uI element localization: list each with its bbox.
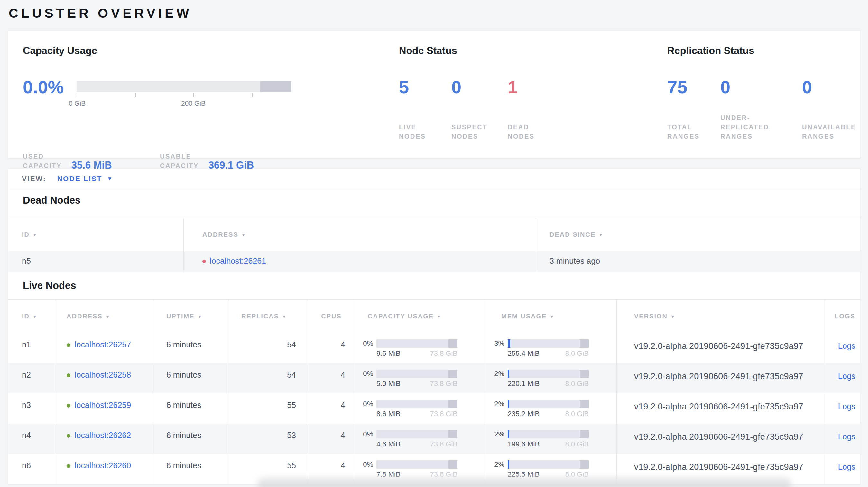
column-label: UPTIME <box>166 313 195 320</box>
column-header-id[interactable]: ID ▼ <box>8 300 55 333</box>
node-address-link[interactable]: localhost:26257 <box>75 340 131 349</box>
cpus-cell: 4 <box>308 393 355 424</box>
logs-link[interactable]: Logs <box>838 341 856 350</box>
view-selector-dropdown[interactable]: NODE LIST ▼ <box>57 175 113 183</box>
mem-total-value: 8.0 GiB <box>565 380 589 388</box>
logs-link[interactable]: Logs <box>838 462 856 471</box>
capacity-percent-label: 0% <box>355 460 376 469</box>
column-header-id[interactable]: ID ▼ <box>8 218 183 251</box>
live-nodes-label: LIVE NODES <box>399 123 426 141</box>
column-header-address[interactable]: ADDRESS ▼ <box>183 218 536 251</box>
live-nodes-table: ID ▼ ADDRESS ▼ UPTIME ▼ REPLICAS ▼ CPUS <box>8 299 861 484</box>
suspect-nodes-count: 0 <box>452 76 461 97</box>
dead-nodes-table: ID ▼ ADDRESS ▼ DEAD SINCE ▼ n5 localhost… <box>8 218 861 272</box>
node-address-cell: localhost:26262 <box>55 424 153 454</box>
column-label: CPUS <box>321 313 342 320</box>
view-selected-value[interactable]: NODE LIST <box>57 175 102 183</box>
capacity-percent-label: 0% <box>355 339 376 348</box>
dead-nodes-label: DEAD NODES <box>508 123 535 141</box>
node-id-cell: n3 <box>8 393 55 424</box>
unavailable-ranges-count: 0 <box>802 76 812 97</box>
live-node-row: n2 localhost:26258 6 minutes 54 4 0% 5.0… <box>8 363 861 393</box>
column-header-logs[interactable]: LOGS <box>824 300 861 333</box>
cpus-cell: 4 <box>308 333 355 363</box>
cpus-cell: 4 <box>308 363 355 393</box>
node-address-link[interactable]: localhost:26260 <box>75 461 131 470</box>
live-nodes-heading: Live Nodes <box>23 280 76 291</box>
label-line: NODES <box>508 132 535 141</box>
sort-desc-icon: ▼ <box>598 232 603 237</box>
uptime-cell: 6 minutes <box>153 363 228 393</box>
logs-cell: Logs <box>824 333 861 363</box>
mem-usage-bar <box>508 369 589 378</box>
view-label: VIEW: <box>22 175 46 183</box>
dead-node-row: n5 localhost:26261 3 minutes ago <box>8 251 861 272</box>
column-header-replicas[interactable]: REPLICAS ▼ <box>228 300 308 333</box>
node-id-cell: n2 <box>8 363 55 393</box>
capacity-usage-cell: 0% 9.6 MiB73.8 GiB <box>355 333 486 363</box>
version-cell: v19.2.0-alpha.20190606-2491-gfe735c9a97 <box>616 424 824 454</box>
mem-bar-fill <box>508 430 509 439</box>
capacity-usage-bar <box>376 339 458 348</box>
label-line: REPLICATED <box>720 123 769 132</box>
node-address-cell: localhost:26257 <box>55 333 153 363</box>
sort-desc-icon: ▼ <box>282 314 287 319</box>
mem-total-value: 8.0 GiB <box>565 410 589 418</box>
usable-capacity-label: USABLE CAPACITY <box>160 152 199 170</box>
logs-link[interactable]: Logs <box>838 371 856 381</box>
mem-used-value: 220.1 MiB <box>508 380 539 388</box>
cpus-cell: 4 <box>308 424 355 454</box>
capacity-percent-label: 0% <box>355 400 376 408</box>
capacity-total-value: 73.8 GiB <box>430 410 458 418</box>
sort-desc-icon: ▼ <box>197 314 203 319</box>
column-header-uptime[interactable]: UPTIME ▼ <box>153 300 228 333</box>
mem-bar-fill <box>508 460 509 469</box>
capacity-used-value: 8.6 MiB <box>376 410 401 418</box>
unavailable-ranges-label: UNAVAILABLE RANGES <box>802 123 856 141</box>
capacity-bar-other-segment <box>448 339 458 348</box>
node-address-cell: localhost:26259 <box>55 393 153 424</box>
replicas-cell: 54 <box>228 333 308 363</box>
column-header-cpus[interactable]: CPUS <box>308 300 355 333</box>
under-replicated-ranges-count: 0 <box>720 76 730 97</box>
label-line: UNDER- <box>720 113 769 123</box>
total-ranges-label: TOTAL RANGES <box>667 123 700 141</box>
label-line: NODES <box>452 132 487 141</box>
column-header-version[interactable]: VERSION ▼ <box>616 300 824 333</box>
dead-since-cell: 3 minutes ago <box>536 251 861 272</box>
capacity-usage-bar <box>376 460 458 469</box>
logs-link[interactable]: Logs <box>838 402 856 411</box>
node-address-cell: localhost:26261 <box>183 251 536 272</box>
node-address-link[interactable]: localhost:26261 <box>210 256 266 266</box>
mem-usage-bar <box>508 400 589 408</box>
usable-capacity-stat: USABLE CAPACITY 369.1 GiB <box>160 152 254 170</box>
capacity-usage-cell: 0% 8.6 MiB73.8 GiB <box>355 393 486 424</box>
uptime-cell: 6 minutes <box>153 393 228 424</box>
node-address-link[interactable]: localhost:26262 <box>75 431 131 440</box>
replicas-cell: 54 <box>228 363 308 393</box>
mem-used-value: 199.6 MiB <box>508 440 539 448</box>
mem-usage-bar <box>508 339 589 348</box>
column-header-address[interactable]: ADDRESS ▼ <box>55 300 153 333</box>
horizontal-scrollbar-thumb[interactable] <box>257 477 792 487</box>
mem-bar-fill <box>508 339 510 348</box>
logs-link[interactable]: Logs <box>838 432 856 441</box>
column-header-mem-usage[interactable]: MEM USAGE ▼ <box>486 300 616 333</box>
node-address-link[interactable]: localhost:26259 <box>75 400 131 410</box>
capacity-bar-nonusable-segment <box>260 81 291 92</box>
live-status-dot-icon <box>67 464 70 468</box>
column-header-capacity-usage[interactable]: CAPACITY USAGE ▼ <box>355 300 486 333</box>
capacity-total-value: 73.8 GiB <box>430 349 458 358</box>
capacity-usage-bar <box>376 430 458 439</box>
column-label: VERSION <box>634 313 668 320</box>
node-address-link[interactable]: localhost:26258 <box>75 370 131 380</box>
mem-usage-cell: 2% 235.2 MiB8.0 GiB <box>486 393 616 424</box>
column-header-dead-since[interactable]: DEAD SINCE ▼ <box>536 218 861 251</box>
column-label: REPLICAS <box>241 313 279 320</box>
node-id-cell: n5 <box>8 251 183 272</box>
column-label: MEM USAGE <box>501 313 547 320</box>
under-replicated-ranges-label: UNDER- REPLICATED RANGES <box>720 113 769 141</box>
used-capacity-label: USED CAPACITY <box>23 152 62 170</box>
dead-nodes-header-row: ID ▼ ADDRESS ▼ DEAD SINCE ▼ <box>8 218 861 251</box>
column-label: ADDRESS <box>67 313 103 320</box>
